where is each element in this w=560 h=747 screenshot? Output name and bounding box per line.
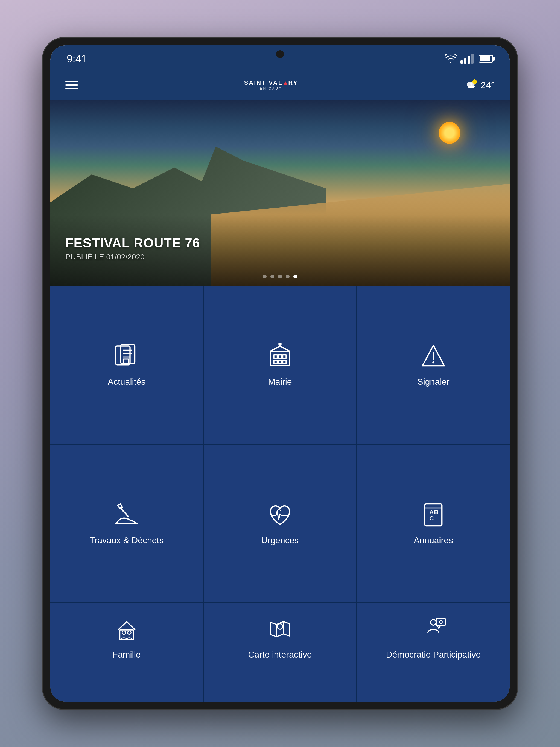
status-time: 9:41 (67, 53, 87, 65)
svg-rect-18 (274, 360, 278, 364)
svg-text:C: C (429, 515, 434, 522)
svg-point-24 (279, 343, 281, 345)
weather-icon (464, 78, 478, 92)
travaux-icon (113, 501, 140, 529)
hero-dots (263, 275, 297, 278)
travaux-label: Travaux & Déchets (90, 535, 164, 545)
grid-item-democratie[interactable]: Démocratie Participative (357, 603, 510, 702)
annuaires-icon: A B C (420, 501, 447, 529)
actualites-icon (113, 343, 140, 370)
weather-temperature: 24° (481, 80, 495, 91)
carte-icon (266, 616, 294, 643)
svg-rect-15 (274, 355, 278, 358)
svg-point-36 (128, 631, 131, 634)
app-logo: SAINT VALRY EN CAUX (244, 80, 298, 91)
hero-section[interactable]: FESTIVAL ROUTE 76 PUBLIÉ LE 01/02/2020 (50, 100, 510, 286)
svg-point-3 (473, 80, 477, 84)
logo-title: SAINT VALRY (244, 80, 298, 86)
signaler-label: Signaler (417, 377, 449, 387)
dot-3[interactable] (278, 275, 282, 278)
svg-point-26 (432, 361, 434, 364)
status-icons (444, 54, 493, 64)
famille-icon (113, 616, 140, 643)
carte-label: Carte interactive (248, 649, 312, 660)
battery-icon (479, 55, 493, 62)
dot-5[interactable] (294, 275, 297, 278)
svg-text:B: B (434, 509, 439, 516)
bottom-row: Famille Carte interactiv (50, 603, 510, 702)
grid-item-travaux[interactable]: Travaux & Déchets (50, 445, 203, 602)
svg-rect-2 (467, 85, 475, 88)
svg-rect-20 (283, 360, 286, 364)
svg-rect-16 (278, 355, 282, 358)
svg-point-40 (431, 620, 436, 625)
urgences-label: Urgences (261, 535, 299, 545)
svg-line-22 (280, 346, 289, 351)
grid-item-mairie[interactable]: Mairie (204, 286, 356, 444)
screen-content: 9:41 (50, 45, 510, 702)
logo-subtitle: EN CAUX (260, 87, 282, 91)
grid-item-signaler[interactable]: Signaler (357, 286, 510, 444)
status-bar: 9:41 (50, 45, 510, 70)
svg-rect-41 (436, 618, 446, 626)
svg-point-37 (277, 624, 283, 629)
weather-widget: 24° (464, 78, 495, 92)
svg-line-21 (271, 346, 280, 351)
svg-line-27 (120, 508, 128, 517)
actualites-label: Actualités (108, 377, 146, 387)
wifi-icon (444, 54, 457, 64)
tablet-device: 9:41 (42, 37, 518, 710)
hero-title: FESTIVAL ROUTE 76 (65, 235, 200, 251)
hero-text: FESTIVAL ROUTE 76 PUBLIÉ LE 01/02/2020 (65, 235, 200, 261)
svg-rect-17 (283, 355, 286, 358)
svg-point-35 (122, 631, 126, 634)
svg-rect-13 (123, 359, 129, 363)
svg-point-42 (440, 621, 442, 623)
mairie-icon (266, 343, 294, 370)
dot-1[interactable] (263, 275, 266, 278)
menu-button[interactable] (65, 81, 78, 89)
signal-icon (460, 54, 474, 64)
famille-label: Famille (112, 649, 141, 660)
main-grid: Actualités (50, 286, 510, 602)
app-header: SAINT VALRY EN CAUX (50, 70, 510, 100)
mairie-label: Mairie (268, 377, 292, 387)
grid-item-urgences[interactable]: Urgences (204, 445, 356, 602)
dot-2[interactable] (271, 275, 274, 278)
annuaires-label: Annuaires (414, 535, 453, 545)
democratie-icon (420, 616, 447, 643)
grid-item-carte[interactable]: Carte interactive (204, 603, 356, 702)
hero-subtitle: PUBLIÉ LE 01/02/2020 (65, 253, 200, 261)
signaler-icon (420, 343, 447, 370)
svg-text:A: A (429, 509, 434, 516)
sun-element (439, 122, 460, 144)
urgences-icon (266, 501, 294, 529)
tablet-screen: 9:41 (50, 45, 510, 702)
democratie-label: Démocratie Participative (386, 649, 481, 660)
grid-item-actualites[interactable]: Actualités (50, 286, 203, 444)
dot-4[interactable] (286, 275, 289, 278)
grid-item-annuaires[interactable]: A B C Annuaires (357, 445, 510, 602)
svg-rect-19 (278, 360, 282, 364)
grid-item-famille[interactable]: Famille (50, 603, 203, 702)
